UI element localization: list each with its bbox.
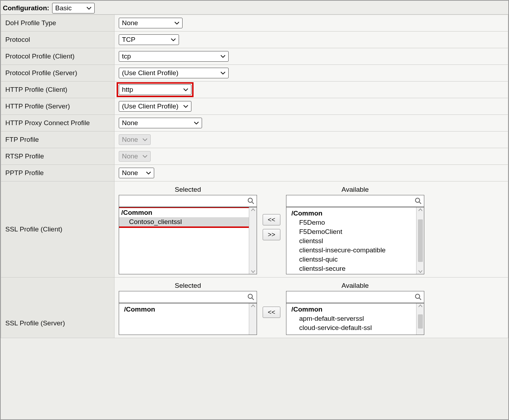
ssl-client-selected-list[interactable]: /Common Contoso_clientssl: [119, 207, 257, 274]
ssl-server-selected-list[interactable]: /Common: [119, 303, 257, 335]
ssl-client-available-list[interactable]: /Common F5Demo F5DemoClient clientssl cl…: [286, 207, 424, 274]
rtsp-profile-value: None: [122, 152, 138, 160]
protocol-profile-client-value: tcp: [122, 52, 131, 60]
chevron-down-icon: [220, 55, 225, 58]
scroll-up-icon[interactable]: [250, 207, 256, 212]
http-profile-server-label: HTTP Profile (Server): [1, 98, 114, 115]
doh-select[interactable]: None: [119, 18, 183, 28]
scrollbar-thumb[interactable]: [418, 314, 423, 329]
ssl-server-available-title: Available: [286, 282, 424, 290]
configuration-label: Configuration:: [3, 4, 49, 12]
scroll-up-icon[interactable]: [250, 303, 256, 308]
svg-point-6: [415, 294, 420, 298]
ssl-server-available-search[interactable]: [286, 291, 424, 303]
chevron-down-icon: [183, 88, 188, 91]
ssl-client-selected-title: Selected: [119, 186, 257, 194]
ssl-profile-client-label: SSL Profile (Client): [1, 181, 114, 278]
protocol-profile-client-label: Protocol Profile (Client): [1, 48, 114, 65]
chevron-down-icon: [174, 21, 179, 25]
protocol-label: Protocol: [1, 32, 114, 48]
svg-point-2: [415, 198, 420, 202]
svg-line-7: [419, 298, 421, 300]
protocol-profile-server-select[interactable]: (Use Client Profile): [119, 68, 229, 78]
chevron-down-icon: [194, 121, 199, 125]
ftp-profile-select: None: [119, 134, 151, 145]
chevron-down-icon: [220, 71, 225, 75]
scrollbar[interactable]: [249, 207, 257, 274]
ssl-server-selected-title: Selected: [119, 282, 257, 290]
scroll-down-icon[interactable]: [250, 269, 256, 274]
rtsp-profile-label: RTSP Profile: [1, 148, 114, 165]
scrollbar[interactable]: [249, 303, 257, 335]
protocol-value: TCP: [122, 36, 135, 44]
http-profile-client-highlight: http: [117, 82, 194, 97]
scrollbar[interactable]: [416, 207, 424, 274]
search-icon: [415, 293, 422, 301]
chevron-down-icon: [142, 138, 147, 141]
http-proxy-connect-select[interactable]: None: [119, 118, 202, 128]
pptp-profile-select[interactable]: None: [119, 168, 154, 178]
ssl-server-selected-search[interactable]: [119, 291, 257, 303]
list-item[interactable]: F5DemoClient: [289, 227, 413, 236]
http-profile-server-select[interactable]: (Use Client Profile): [119, 101, 191, 112]
http-profile-client-select[interactable]: http: [119, 84, 191, 95]
move-right-button[interactable]: >>: [263, 229, 280, 240]
chevron-down-icon: [146, 171, 151, 175]
scrollbar[interactable]: [416, 303, 424, 335]
move-left-button[interactable]: <<: [263, 214, 280, 225]
protocol-profile-server-label: Protocol Profile (Server): [1, 65, 114, 82]
svg-point-4: [248, 294, 252, 298]
search-icon: [247, 293, 254, 301]
chevron-down-icon: [86, 6, 91, 10]
http-profile-client-value: http: [122, 86, 133, 94]
protocol-profile-server-value: (Use Client Profile): [122, 69, 178, 77]
list-group: /Common: [289, 305, 413, 314]
ssl-client-selected-search[interactable]: [119, 195, 257, 207]
scroll-up-icon[interactable]: [417, 303, 424, 308]
protocol-select[interactable]: TCP: [119, 34, 179, 45]
pptp-profile-label: PPTP Profile: [1, 165, 114, 181]
ssl-client-selected-highlight: /Common Contoso_clientssl: [119, 207, 249, 228]
list-group: /Common: [289, 209, 413, 218]
doh-value: None: [122, 19, 138, 27]
http-proxy-connect-label: HTTP Proxy Connect Profile: [1, 115, 114, 131]
ssl-client-available-title: Available: [286, 186, 424, 194]
list-item[interactable]: clientssl-quic: [289, 255, 413, 264]
chevron-down-icon: [171, 38, 176, 41]
search-icon: [247, 197, 254, 205]
http-proxy-connect-value: None: [122, 119, 138, 127]
rtsp-profile-select: None: [119, 151, 151, 162]
list-item[interactable]: clientssl-insecure-compatible: [289, 246, 413, 255]
http-profile-server-value: (Use Client Profile): [122, 102, 178, 110]
ftp-profile-value: None: [122, 136, 138, 144]
doh-label: DoH Profile Type: [1, 15, 114, 32]
scroll-up-icon[interactable]: [417, 207, 424, 212]
ftp-profile-label: FTP Profile: [1, 131, 114, 148]
scroll-down-icon[interactable]: [417, 269, 424, 274]
list-item[interactable]: F5Demo: [289, 218, 413, 227]
configuration-value: Basic: [55, 4, 72, 12]
list-item[interactable]: Contoso_clientssl: [119, 217, 249, 226]
chevron-down-icon: [183, 105, 188, 108]
list-group: /Common: [119, 208, 249, 217]
protocol-profile-client-select[interactable]: tcp: [119, 51, 229, 62]
ssl-profile-server-label: SSL Profile (Server): [1, 278, 114, 338]
list-item[interactable]: cloud-service-default-ssl: [289, 323, 413, 332]
scrollbar-thumb[interactable]: [418, 219, 423, 262]
list-item[interactable]: clientssl-secure: [289, 264, 413, 273]
configuration-select[interactable]: Basic: [52, 3, 95, 13]
svg-point-0: [248, 198, 252, 202]
list-item[interactable]: clientssl: [289, 236, 413, 246]
search-icon: [415, 197, 422, 205]
ssl-client-available-search[interactable]: [286, 195, 424, 207]
svg-line-5: [252, 298, 254, 300]
svg-line-3: [419, 202, 421, 204]
pptp-profile-value: None: [122, 169, 138, 177]
list-group: /Common: [122, 305, 246, 314]
ssl-server-available-list[interactable]: /Common apm-default-serverssl cloud-serv…: [286, 303, 424, 335]
chevron-down-icon: [142, 155, 147, 158]
http-profile-client-label: HTTP Profile (Client): [1, 82, 114, 98]
move-left-button[interactable]: <<: [263, 307, 280, 318]
list-item[interactable]: apm-default-serverssl: [289, 314, 413, 323]
svg-line-1: [252, 202, 254, 204]
